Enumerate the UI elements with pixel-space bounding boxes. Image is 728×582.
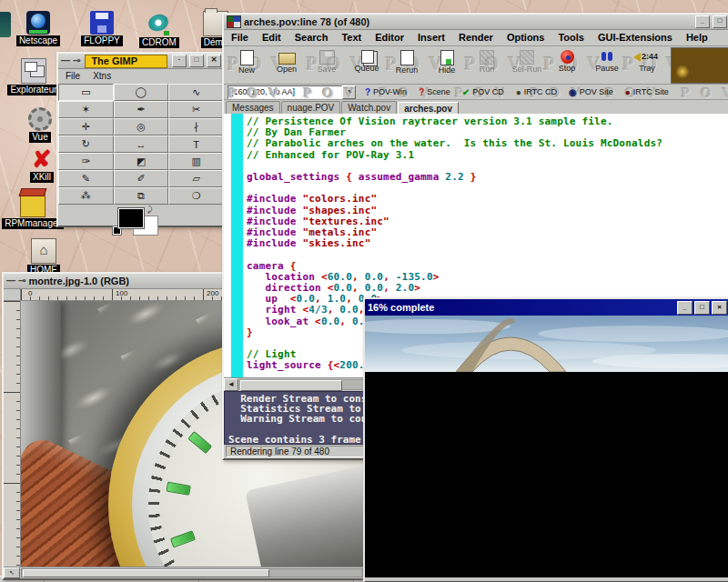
rerun-icon [400,50,414,65]
menu-search[interactable]: Search [295,32,329,44]
menu-gui-extensions[interactable]: GUI-Extensions [598,32,672,44]
maximize-button[interactable]: □ [713,15,727,28]
airbrush-tool[interactable]: ⁂ [58,187,114,205]
hour-marker [187,431,212,454]
rect-select-tool[interactable]: ▭ [58,84,114,101]
toolbar-button-label: Open [277,65,297,74]
magnify-tool[interactable]: ◎ [114,118,169,135]
link-label: POV CD [472,87,504,96]
clone-tool[interactable]: ⧉ [114,187,169,205]
desktop-icon-floppy[interactable]: FLOPPY [73,11,131,46]
scissors-tool[interactable]: ✂ [168,101,224,118]
fuzzy-select-tool[interactable]: ✶ [58,101,114,118]
menu-button[interactable]: · [172,55,187,67]
render-preset-select[interactable]: [160x120, No AA] [228,85,342,99]
paintbrush-tool[interactable]: ✐ [114,170,169,187]
transform-tool[interactable]: ↻ [58,135,114,153]
open-button[interactable]: Open [268,48,306,74]
menu-help[interactable]: Help [686,32,708,44]
text-tool[interactable]: T [168,135,224,153]
ruler-corner-button[interactable] [4,289,21,301]
queue-icon [361,50,374,64]
hour-marker [166,482,191,496]
ruler-mark: 0 [28,289,32,297]
menu-tools[interactable]: Tools [558,32,584,44]
gimp-toolbox-window: — ⊸ The GIMP · □ ✕ FileXtns ▭◯∿✶✒✂✛◎∤↻↔T… [56,52,226,227]
povray-titlebar[interactable]: arches.pov:line 78 (of 480) _ □ [224,15,728,30]
desktop-icon-rpmmanager[interactable]: RPMmanager [4,192,62,229]
link-irtc-cd[interactable]: ●IRTC CD [516,87,557,97]
convolve-tool[interactable]: ❍ [168,187,224,205]
link-icon: ✔ [462,87,470,97]
link-pov-win[interactable]: ?POV-Win [365,87,407,97]
new-button[interactable]: New [228,48,266,75]
render-preview-window: 16% complete _ □ × [363,297,728,582]
desktop-icon-home[interactable]: ⌂HOME [15,238,73,276]
crop-tool[interactable]: ∤ [168,118,224,135]
new-file-icon [240,50,254,65]
desktop-icon-netscape[interactable]: Netscape [9,11,67,46]
nav-preview-button[interactable]: ↖ [4,567,20,578]
hide-button[interactable]: Hide [428,48,466,75]
color-selector[interactable]: ⤸ [58,205,224,237]
rerun-button[interactable]: Rerun [388,48,426,75]
toolbox-menu-xtns[interactable]: Xtns [93,71,111,82]
menu-file[interactable]: File [231,32,248,44]
color-picker-tool[interactable]: ✑ [58,153,114,170]
flip-tool[interactable]: ↔ [114,135,169,153]
gimp-toolbox-titlebar[interactable]: — ⊸ The GIMP · □ ✕ [58,54,224,69]
foreground-color-swatch[interactable] [118,208,144,228]
link-scene[interactable]: ?Scene [419,87,450,97]
free-select-tool[interactable]: ∿ [168,84,224,101]
menu-editor[interactable]: Editor [375,32,404,44]
bezier-select-tool[interactable]: ✒ [114,101,169,118]
menu-insert[interactable]: Insert [418,32,445,44]
paintbrush-icon: ✐ [136,173,145,185]
swap-colors-icon[interactable]: ⤸ [147,205,152,215]
move-tool[interactable]: ✛ [58,118,114,135]
eraser-tool[interactable]: ▱ [168,170,224,187]
scrollbar-thumb[interactable] [240,380,342,391]
tray-button[interactable]: 2:44Tray [628,48,666,73]
horizontal-scrollbar[interactable] [21,568,363,577]
bucket-fill-tool[interactable]: ◩ [114,153,169,170]
stop-button[interactable]: Stop [548,48,586,73]
render-titlebar[interactable]: 16% complete _ □ × [365,299,728,316]
toolbox-menu-file[interactable]: File [66,71,80,82]
menu-edit[interactable]: Edit [262,32,281,44]
menu-render[interactable]: Render [459,32,493,44]
maximize-button[interactable]: □ [694,301,710,315]
color-picker-icon: ✑ [82,156,90,167]
tab-watch.pov[interactable]: Watch.pov [341,101,397,114]
blend-tool[interactable]: ▥ [168,153,224,170]
desktop-icon-cdrom[interactable]: CDROM [130,13,188,48]
menu-text[interactable]: Text [341,32,361,44]
minimize-button[interactable]: _ [695,15,710,28]
preset-spinner-button[interactable]: ◆ [342,85,356,99]
scrollbar-thumb[interactable] [23,569,269,577]
link-pov-site[interactable]: ◉POV Site [569,87,613,97]
bezier-select-icon: ✒ [136,104,145,115]
run-icon [480,50,494,65]
link-irtc-site[interactable]: ●IRTC Site [625,87,669,97]
tab-messages[interactable]: Messages [226,101,280,114]
scroll-left-arrow[interactable]: ◄ [224,378,238,391]
pin-icon[interactable]: ⊸ [18,276,25,286]
queue-button[interactable]: Queue [348,48,386,73]
ellipse-select-tool[interactable]: ◯ [114,84,169,101]
tab-nuage.pov[interactable]: nuage.POV [281,101,341,114]
pin-icon[interactable]: ⊸ [73,55,80,66]
pause-button[interactable]: Pause [588,48,626,73]
render-output-image [365,316,728,577]
minimize-button[interactable]: _ [677,301,693,315]
shade-icon[interactable]: — [61,55,70,66]
link-pov-cd[interactable]: ✔POV CD [462,87,504,97]
close-button[interactable]: ✕ [207,55,221,67]
menu-options[interactable]: Options [507,32,545,44]
shade-icon[interactable]: — [6,276,15,286]
maximize-button[interactable]: □ [189,55,204,67]
pencil-tool[interactable]: ✎ [58,170,114,187]
close-button[interactable]: × [712,301,727,315]
tab-arches.pov[interactable]: arches.pov [398,102,459,115]
desktop-icon-explorateur[interactable]: Explorateur [5,58,63,95]
